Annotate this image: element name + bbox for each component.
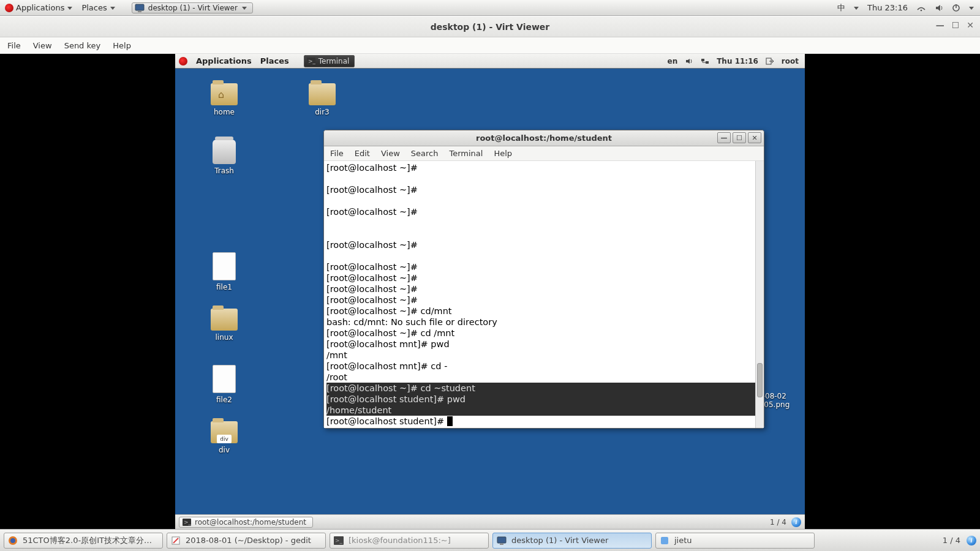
cursor-icon <box>447 416 453 426</box>
svg-marker-7 <box>936 5 940 11</box>
redhat-icon <box>179 57 187 66</box>
monitor-icon <box>497 536 507 545</box>
desktop-icon-label: home <box>200 108 249 116</box>
host-task-label: 51CTO博客2.0-原创IT技术文章分… <box>23 535 152 546</box>
viewer-display-area: Applications Places >_ Terminal en Thu 1… <box>0 54 980 529</box>
logout-icon[interactable] <box>766 58 774 65</box>
svg-rect-24 <box>497 537 506 543</box>
desktop-icon-dir3[interactable]: dir3 <box>298 83 347 116</box>
host-task-label: [kiosk@foundation115:~] <box>349 536 451 545</box>
desktop-icon-file1[interactable]: file1 <box>200 252 249 291</box>
desktop-icon-trash[interactable]: Trash <box>200 140 249 175</box>
svg-marker-13 <box>686 59 690 64</box>
guest-lang-indicator[interactable]: en <box>668 57 678 66</box>
desktop-icon-label: div <box>200 446 249 454</box>
host-task-label: desktop (1) - Virt Viewer <box>511 536 608 545</box>
host-bottom-panel: 51CTO博客2.0-原创IT技术文章分… 2018-08-01 (~/Desk… <box>0 529 980 551</box>
host-task-gedit[interactable]: 2018-08-01 (~/Desktop) - gedit <box>167 533 326 549</box>
terminal-menu-edit[interactable]: Edit <box>355 149 370 158</box>
terminal-output-selected: [root@localhost ~]# cd ~student [root@lo… <box>326 383 761 416</box>
guest-clock[interactable]: Thu 11:16 <box>717 57 758 66</box>
host-applications-menu[interactable]: Applications <box>5 3 73 12</box>
firefox-icon <box>8 536 18 545</box>
terminal-body[interactable]: [root@localhost ~]# [root@localhost ~]# … <box>324 161 764 428</box>
terminal-icon: >_ <box>334 536 344 545</box>
host-workspace-indicator[interactable]: 1 / 4 <box>943 536 960 545</box>
viewer-minimize-button[interactable]: — <box>936 20 944 30</box>
viewer-close-button[interactable]: ✕ <box>967 20 974 30</box>
guest-places-menu[interactable]: Places <box>260 56 289 66</box>
viewer-menu-file[interactable]: File <box>7 41 21 50</box>
terminal-maximize-button[interactable]: ☐ <box>733 132 746 143</box>
guest-desktop[interactable]: ⌂ home dir3 Trash file1 linux <box>175 69 805 514</box>
svg-text:>_: >_ <box>308 58 315 64</box>
terminal-menu-terminal[interactable]: Terminal <box>449 149 483 158</box>
guest-user-label[interactable]: root <box>782 57 799 66</box>
terminal-title: root@localhost:/home/student <box>476 133 612 143</box>
desktop-icon-file2[interactable]: file2 <box>200 365 249 404</box>
desktop-icon-home[interactable]: ⌂ home <box>200 83 249 116</box>
host-clock[interactable]: Thu 23:16 <box>867 3 908 12</box>
terminal-minimize-button[interactable]: — <box>717 132 731 143</box>
virt-viewer-window: desktop (1) - Virt Viewer — ☐ ✕ File Vie… <box>0 16 980 529</box>
desktop-icon-linux[interactable]: linux <box>200 309 249 342</box>
host-task-terminal[interactable]: >_ [kiosk@foundation115:~] <box>330 533 489 549</box>
power-icon[interactable] <box>952 4 960 12</box>
svg-marker-5 <box>854 7 859 10</box>
network-icon[interactable] <box>701 58 709 65</box>
info-icon[interactable]: i <box>967 536 976 545</box>
ime-dropdown-icon[interactable] <box>854 6 859 10</box>
volume-icon[interactable] <box>685 58 693 65</box>
terminal-window: root@localhost:/home/student — ☐ ✕ File … <box>323 130 764 429</box>
virt-viewer-title: desktop (1) - Virt Viewer <box>431 22 550 32</box>
info-icon[interactable]: i <box>791 517 801 527</box>
ime-indicator[interactable]: 中 <box>837 2 845 13</box>
host-task-jietu[interactable]: jietu <box>655 533 815 549</box>
virt-viewer-titlebar[interactable]: desktop (1) - Virt Viewer — ☐ ✕ <box>0 17 980 37</box>
svg-rect-2 <box>135 4 144 10</box>
guest-workspace-indicator[interactable]: 1 / 4 <box>770 518 786 527</box>
terminal-menu-view[interactable]: View <box>381 149 400 158</box>
svg-marker-4 <box>242 7 247 10</box>
guest-top-panel: Applications Places >_ Terminal en Thu 1… <box>175 54 805 69</box>
guest-taskbar-item[interactable]: >_ root@localhost:/home/student <box>179 517 313 528</box>
home-icon: ⌂ <box>218 89 224 100</box>
host-task-firefox[interactable]: 51CTO博客2.0-原创IT技术文章分… <box>4 533 163 549</box>
wifi-icon[interactable] <box>916 4 926 12</box>
svg-marker-0 <box>67 7 72 10</box>
guest-screen[interactable]: Applications Places >_ Terminal en Thu 1… <box>175 54 805 529</box>
desktop-icon-label: file2 <box>200 395 249 404</box>
desktop-icon-label: dir3 <box>298 108 347 116</box>
terminal-scrollbar[interactable] <box>755 161 764 428</box>
host-panel-task[interactable]: desktop (1) - Virt Viewer <box>132 2 253 13</box>
desktop-icon-label: linux <box>200 333 249 342</box>
viewer-maximize-button[interactable]: ☐ <box>952 20 960 30</box>
host-task-virtviewer[interactable]: desktop (1) - Virt Viewer <box>492 533 652 549</box>
svg-rect-26 <box>661 537 668 544</box>
guest-applications-menu[interactable]: Applications <box>196 56 252 66</box>
scrollbar-thumb[interactable] <box>757 363 763 397</box>
svg-rect-25 <box>500 544 503 545</box>
viewer-menu-sendkey[interactable]: Send key <box>64 41 101 50</box>
redhat-icon <box>5 4 13 12</box>
svg-text:>_: >_ <box>184 519 191 525</box>
host-applications-label: Applications <box>16 3 64 12</box>
volume-icon[interactable] <box>935 4 943 12</box>
host-top-panel: Applications Places desktop (1) - Virt V… <box>0 0 980 16</box>
terminal-menu-file[interactable]: File <box>330 149 344 158</box>
desktop-icon-div[interactable]: div div <box>200 421 249 454</box>
desktop-icon-label: Trash <box>200 167 249 175</box>
viewer-menu-help[interactable]: Help <box>113 41 131 50</box>
app-icon <box>660 536 669 545</box>
power-dropdown-icon[interactable] <box>969 6 974 10</box>
guest-panel-task[interactable]: >_ Terminal <box>304 55 355 67</box>
terminal-titlebar[interactable]: root@localhost:/home/student — ☐ ✕ <box>324 130 764 146</box>
viewer-menu-view[interactable]: View <box>33 41 52 50</box>
terminal-menu-help[interactable]: Help <box>494 149 512 158</box>
terminal-close-button[interactable]: ✕ <box>748 132 761 143</box>
host-places-menu[interactable]: Places <box>81 3 115 12</box>
terminal-menu-search[interactable]: Search <box>411 149 439 158</box>
svg-rect-9 <box>956 4 957 8</box>
terminal-prompt: [root@localhost student]# <box>326 416 761 427</box>
terminal-icon: >_ <box>307 58 315 65</box>
